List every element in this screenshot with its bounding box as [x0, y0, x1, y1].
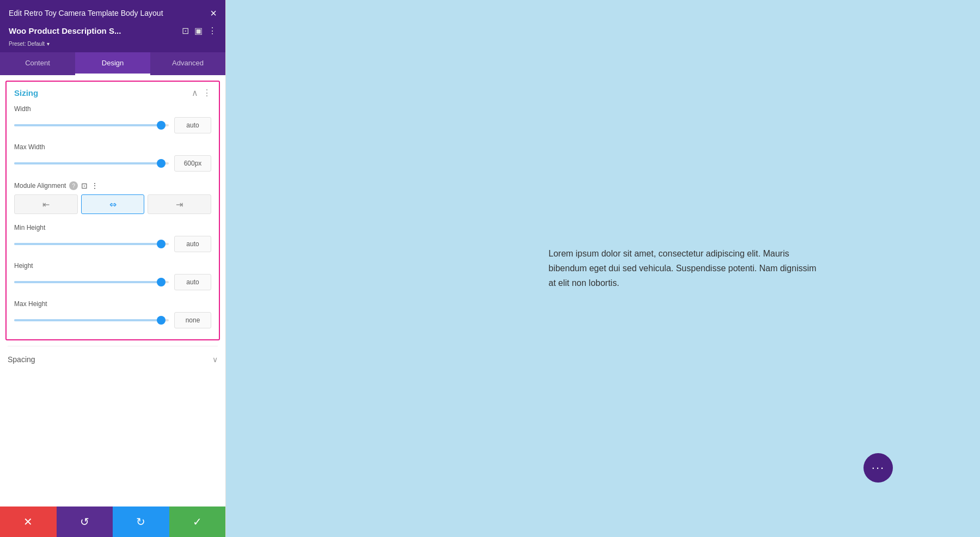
canvas-body-text: Lorem ipsum dolor sit amet, consectetur …: [549, 246, 821, 291]
width-label: Width: [14, 105, 211, 113]
max-height-slider-track[interactable]: [14, 319, 169, 321]
preset-button[interactable]: Preset: Default ▾: [9, 41, 50, 47]
module-alignment-field: Module Alignment ? ⊡ ⋮ ⇤ ⇔ ⇥: [14, 181, 211, 214]
max-width-slider-row: 600px: [14, 155, 211, 172]
sizing-section-header: Sizing ∧ ⋮: [14, 88, 211, 97]
min-height-slider-track[interactable]: [14, 243, 169, 245]
tabs-row: Content Design Advanced: [0, 52, 225, 75]
max-height-value[interactable]: none: [174, 312, 211, 328]
min-height-value[interactable]: auto: [174, 236, 211, 252]
fab-button[interactable]: ···: [863, 453, 893, 483]
layout-icon[interactable]: ▣: [194, 27, 203, 35]
alignment-label: Module Alignment: [14, 182, 66, 190]
undo-button[interactable]: ↺: [57, 507, 113, 537]
save-button[interactable]: ✓: [169, 507, 226, 537]
min-height-label: Min Height: [14, 224, 211, 231]
width-slider-track[interactable]: [14, 124, 169, 126]
close-button[interactable]: ×: [210, 8, 217, 19]
tab-advanced[interactable]: Advanced: [150, 52, 225, 75]
max-width-value[interactable]: 600px: [174, 155, 211, 172]
align-center-button[interactable]: ⇔: [81, 194, 145, 214]
redo-icon: ↻: [136, 515, 145, 528]
tab-content[interactable]: Content: [0, 52, 75, 75]
max-height-label: Max Height: [14, 300, 211, 308]
height-field: Height auto: [14, 262, 211, 290]
preset-chevron-icon: ▾: [47, 41, 50, 47]
sizing-section: Sizing ∧ ⋮ Width auto Max: [5, 81, 220, 340]
width-field: Width auto: [14, 105, 211, 133]
panel-footer: ✕ ↺ ↻ ✓: [0, 507, 225, 537]
align-right-button[interactable]: ⇥: [148, 194, 211, 214]
width-slider-row: auto: [14, 117, 211, 133]
cancel-button[interactable]: ✕: [0, 507, 57, 537]
responsive-icon[interactable]: ⊡: [182, 27, 189, 35]
alignment-responsive-icon[interactable]: ⊡: [81, 182, 88, 190]
max-width-label: Max Width: [14, 143, 211, 151]
panel-body: Sizing ∧ ⋮ Width auto Max: [0, 75, 225, 507]
height-value[interactable]: auto: [174, 274, 211, 290]
tab-design[interactable]: Design: [75, 52, 150, 75]
save-icon: ✓: [193, 515, 202, 528]
height-label: Height: [14, 262, 211, 270]
canvas: Lorem ipsum dolor sit amet, consectetur …: [226, 0, 980, 537]
sizing-more-icon[interactable]: ⋮: [203, 89, 211, 97]
more-options-icon[interactable]: ⋮: [208, 27, 217, 35]
max-height-field: Max Height none: [14, 300, 211, 328]
alignment-help-icon[interactable]: ?: [69, 181, 78, 190]
alignment-label-row: Module Alignment ? ⊡ ⋮: [14, 181, 211, 190]
min-height-field: Min Height auto: [14, 224, 211, 252]
panel-header: Edit Retro Toy Camera Template Body Layo…: [0, 0, 225, 24]
align-left-button[interactable]: ⇤: [14, 194, 78, 214]
max-width-slider-track[interactable]: [14, 162, 169, 164]
module-name: Woo Product Description S...: [9, 26, 176, 35]
spacing-chevron-icon: ∨: [212, 355, 218, 364]
min-height-slider-row: auto: [14, 236, 211, 252]
panel-title: Edit Retro Toy Camera Template Body Layo…: [9, 9, 163, 17]
height-slider-track[interactable]: [14, 281, 169, 283]
max-height-slider-row: none: [14, 312, 211, 328]
preset-label: Preset: Default: [9, 41, 45, 47]
height-slider-row: auto: [14, 274, 211, 290]
preset-row: Preset: Default ▾: [0, 41, 225, 52]
alignment-more-icon[interactable]: ⋮: [91, 182, 99, 190]
spacing-section: Spacing ∨: [0, 346, 225, 371]
max-width-field: Max Width 600px: [14, 143, 211, 172]
spacing-header[interactable]: Spacing ∨: [8, 346, 218, 371]
undo-icon: ↺: [80, 515, 89, 528]
left-panel: Edit Retro Toy Camera Template Body Layo…: [0, 0, 226, 537]
module-name-row: Woo Product Description S... ⊡ ▣ ⋮: [0, 24, 225, 41]
sizing-header-icons: ∧ ⋮: [192, 89, 211, 97]
width-value[interactable]: auto: [174, 117, 211, 133]
redo-button[interactable]: ↻: [113, 507, 169, 537]
alignment-buttons: ⇤ ⇔ ⇥: [14, 194, 211, 214]
cancel-icon: ✕: [23, 515, 33, 528]
collapse-icon[interactable]: ∧: [192, 89, 198, 97]
sizing-title: Sizing: [14, 88, 38, 97]
spacing-title: Spacing: [8, 355, 35, 364]
